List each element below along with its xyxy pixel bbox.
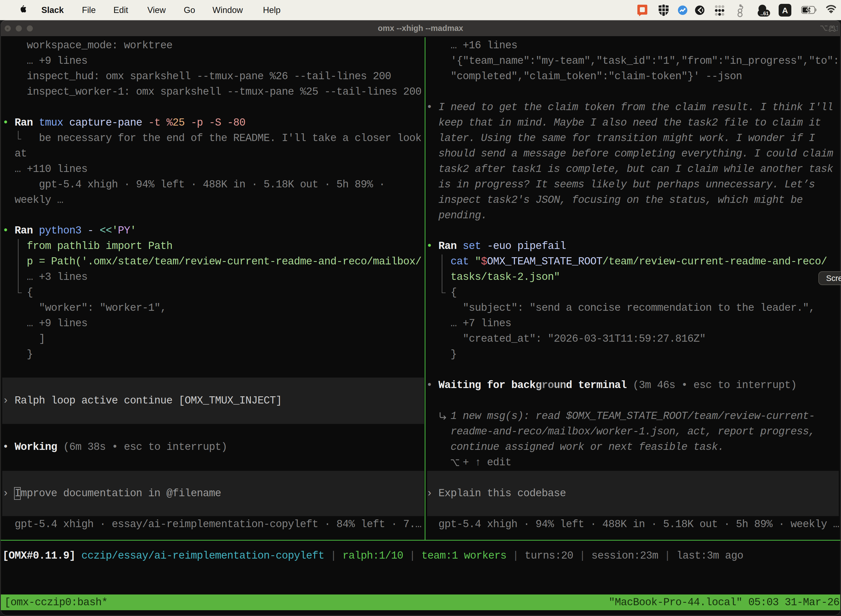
svg-text:..61: ..61 — [760, 11, 769, 16]
svg-text:A: A — [782, 6, 788, 15]
svg-text:1: 1 — [835, 24, 838, 32]
